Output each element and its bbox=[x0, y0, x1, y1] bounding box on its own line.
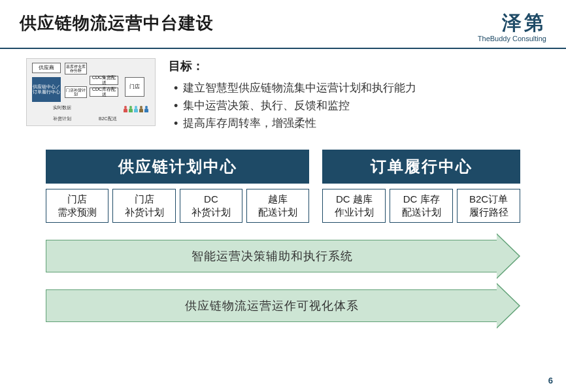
people-icons bbox=[124, 106, 148, 112]
mini-label-data: 实时数据 bbox=[53, 105, 71, 111]
item-box: DC 补货计划 bbox=[180, 189, 242, 223]
logo-en: TheBuddy Consulting bbox=[478, 35, 546, 42]
person-icon bbox=[129, 106, 133, 112]
person-icon bbox=[124, 106, 127, 112]
mini-cdc2: CDC库存配送 bbox=[90, 88, 118, 97]
person-icon bbox=[144, 106, 148, 112]
slide-content: 供应商 供应链中心／订单履行中心 基库作业库存分析 门店补货计划 CDC集货配送… bbox=[0, 49, 566, 322]
mini-supplier: 供应商 bbox=[32, 63, 61, 73]
goal-item: 集中运营决策、执行、反馈和监控 bbox=[169, 97, 540, 114]
item-box: 门店 需求预测 bbox=[46, 189, 108, 223]
mini-sk2: 门店补货计划 bbox=[65, 86, 87, 98]
mini-center: 供应链中心／订单履行中心 bbox=[32, 77, 61, 102]
top-section: 供应商 供应链中心／订单履行中心 基库作业库存分析 门店补货计划 CDC集货配送… bbox=[26, 58, 540, 133]
mini-diagram: 供应商 供应链中心／订单履行中心 基库作业库存分析 门店补货计划 CDC集货配送… bbox=[26, 58, 156, 126]
slide-header: 供应链物流运营中台建设 泽第 TheBuddy Consulting bbox=[0, 0, 566, 48]
person-icon bbox=[139, 106, 143, 112]
arrow-label: 智能运营决策辅助和执行系统 bbox=[46, 240, 497, 272]
page-number: 6 bbox=[548, 376, 553, 385]
goals-list: 建立智慧型供应链物流集中运营计划和执行能力 集中运营决策、执行、反馈和监控 提高… bbox=[169, 79, 540, 133]
center-order-fulfillment: 订单履行中心 bbox=[322, 150, 520, 184]
goal-item: 建立智慧型供应链物流集中运营计划和执行能力 bbox=[169, 79, 540, 97]
logo: 泽第 TheBuddy Consulting bbox=[478, 12, 546, 42]
item-box: B2C订单 履行路径 bbox=[457, 189, 520, 223]
item-box: 门店 补货计划 bbox=[112, 189, 175, 223]
arrow-bar-1: 智能运营决策辅助和执行系统 bbox=[46, 240, 520, 272]
goal-item: 提高库存周转率，增强柔性 bbox=[169, 114, 540, 132]
item-box: DC 越库 作业计划 bbox=[322, 189, 386, 223]
logo-cn: 泽第 bbox=[478, 12, 546, 33]
center-supply-chain: 供应链计划中心 bbox=[46, 150, 309, 184]
right-items-group: DC 越库 作业计划 DC 库存 配送计划 B2C订单 履行路径 bbox=[322, 189, 520, 223]
mini-store: 门店 bbox=[125, 77, 144, 97]
goals-section: 目标： 建立智慧型供应链物流集中运营计划和执行能力 集中运营决策、执行、反馈和监… bbox=[169, 58, 540, 133]
item-box: DC 库存 配送计划 bbox=[390, 189, 453, 223]
arrow-label: 供应链物流运营运作可视化体系 bbox=[46, 289, 497, 322]
item-box: 越库 配送计划 bbox=[246, 189, 309, 223]
mini-label-b2c: B2C配送 bbox=[99, 116, 117, 122]
left-items-group: 门店 需求预测 门店 补货计划 DC 补货计划 越库 配送计划 bbox=[46, 189, 309, 223]
items-row: 门店 需求预测 门店 补货计划 DC 补货计划 越库 配送计划 DC 越库 作业… bbox=[26, 189, 540, 223]
arrow-head-icon bbox=[497, 283, 520, 329]
centers-row: 供应链计划中心 订单履行中心 bbox=[26, 150, 540, 184]
mini-cdc1: CDC集货配送 bbox=[90, 76, 118, 85]
arrow-bar-2: 供应链物流运营运作可视化体系 bbox=[46, 289, 520, 322]
mini-sk1: 基库作业库存分析 bbox=[65, 63, 87, 74]
goals-heading: 目标： bbox=[169, 58, 540, 74]
slide-title: 供应链物流运营中台建设 bbox=[20, 12, 214, 35]
person-icon bbox=[134, 106, 138, 112]
arrow-head-icon bbox=[497, 233, 520, 279]
mini-label-plan: 补货计划 bbox=[53, 116, 71, 122]
